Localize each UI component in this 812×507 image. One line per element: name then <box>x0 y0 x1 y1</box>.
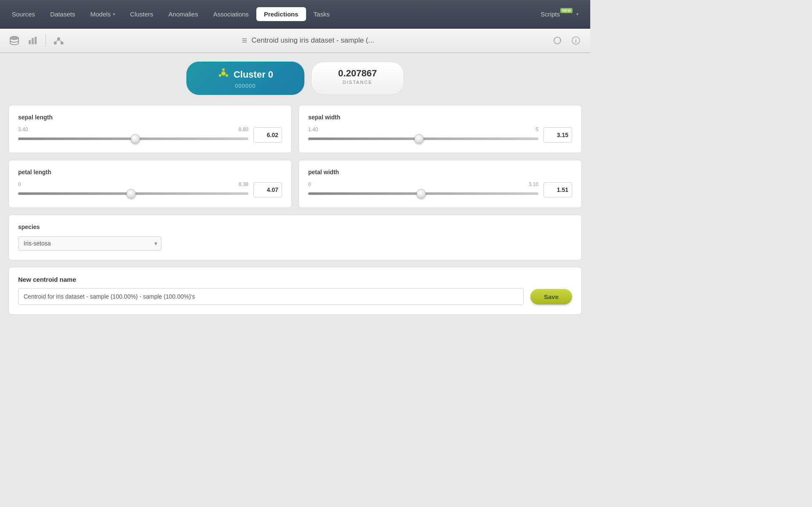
svg-rect-3 <box>35 37 37 44</box>
slider-value-sepal-width[interactable]: 3.15 <box>543 127 572 143</box>
toolbar-divider <box>46 34 46 47</box>
slider-input-sepal-length[interactable] <box>18 138 248 140</box>
feature-card-sepal-length: sepal length 3.40 8.80 6.02 <box>8 105 292 153</box>
slider-max-sepal-length: 8.80 <box>239 127 248 132</box>
slider-value-petal-length[interactable]: 4.07 <box>253 182 282 197</box>
svg-line-7 <box>55 40 59 42</box>
slider-max-petal-width: 3.10 <box>529 181 538 187</box>
toolbar-info-icon[interactable] <box>568 33 583 48</box>
species-select[interactable]: Iris-setosa Iris-versicolor Iris-virgini… <box>18 236 161 251</box>
toolbar-title-area: ≡ Centroid using iris dataset - sample (… <box>70 35 546 46</box>
svg-point-5 <box>54 42 56 44</box>
nav-item-sources[interactable]: Sources <box>4 7 43 21</box>
slider-track-petal-width[interactable] <box>308 189 538 198</box>
cluster-badge: Cluster 0 000000 <box>186 62 304 95</box>
slider-minmax-sepal-width: 1.40 5 <box>308 127 538 132</box>
svg-point-6 <box>61 42 63 44</box>
slider-input-petal-width[interactable] <box>308 192 538 195</box>
nav-item-datasets[interactable]: Datasets <box>43 7 83 21</box>
distance-label: DISTANCE <box>343 80 373 85</box>
save-button[interactable]: Save <box>530 289 572 305</box>
toolbar-nodes-icon[interactable] <box>51 33 66 48</box>
slider-input-petal-length[interactable] <box>18 192 248 195</box>
nav-item-models[interactable]: Models ▾ <box>83 7 122 21</box>
svg-rect-1 <box>29 40 31 44</box>
slider-minmax-petal-width: 0 3.10 <box>308 181 538 187</box>
feature-card-petal-length: petal length 0 8.38 4.07 <box>8 160 292 208</box>
toolbar-refresh-icon[interactable] <box>550 33 565 48</box>
slider-container-sepal-width: 1.40 5 <box>308 127 538 143</box>
slider-track-petal-length[interactable] <box>18 189 248 198</box>
svg-point-13 <box>221 71 226 76</box>
slider-min-sepal-length: 3.40 <box>18 127 28 132</box>
slider-value-sepal-length[interactable]: 6.02 <box>253 127 282 143</box>
slider-minmax-sepal-length: 3.40 8.80 <box>18 127 248 132</box>
toolbar-title-icon: ≡ <box>242 35 247 46</box>
centroid-name-row: Save <box>18 288 572 305</box>
slider-container-petal-width: 0 3.10 <box>308 181 538 198</box>
slider-track-sepal-width[interactable] <box>308 134 538 143</box>
slider-row-sepal-length: 3.40 8.80 6.02 <box>18 127 282 143</box>
slider-container-sepal-length: 3.40 8.80 <box>18 127 248 143</box>
nav-item-anomalies[interactable]: Anomalies <box>161 7 206 21</box>
svg-rect-2 <box>32 38 34 44</box>
toolbar-chart-icon[interactable] <box>25 33 40 48</box>
cluster-icon <box>218 67 229 82</box>
nav-item-tasks[interactable]: Tasks <box>306 7 337 21</box>
slider-row-sepal-width: 1.40 5 3.15 <box>308 127 572 143</box>
slider-value-petal-width[interactable]: 1.51 <box>543 182 572 197</box>
slider-minmax-petal-length: 0 8.38 <box>18 181 248 187</box>
svg-point-4 <box>57 38 60 40</box>
prediction-bar: Cluster 0 000000 0.207867 DISTANCE <box>8 62 582 95</box>
svg-point-0 <box>10 36 19 40</box>
main-content: Cluster 0 000000 0.207867 DISTANCE sepal… <box>0 53 590 323</box>
centroid-name-input[interactable] <box>18 288 524 305</box>
centroid-name-label: New centroid name <box>18 276 572 283</box>
nav-item-predictions[interactable]: Predictions <box>256 7 306 21</box>
species-card: species Iris-setosa Iris-versicolor Iris… <box>8 215 582 260</box>
species-select-container: Iris-setosa Iris-versicolor Iris-virgini… <box>18 236 161 251</box>
nav-item-clusters[interactable]: Clusters <box>123 7 161 21</box>
toolbar-title-text: Centroid using iris dataset - sample (..… <box>251 36 374 45</box>
slider-min-petal-length: 0 <box>18 181 21 187</box>
slider-track-sepal-length[interactable] <box>18 134 248 143</box>
feature-label-petal-length: petal length <box>18 169 282 175</box>
slider-input-sepal-width[interactable] <box>308 138 538 140</box>
feature-label-sepal-length: sepal length <box>18 114 282 121</box>
slider-min-petal-width: 0 <box>308 181 311 187</box>
cluster-badge-top: Cluster 0 <box>218 67 273 82</box>
svg-point-11 <box>575 38 576 39</box>
slider-container-petal-length: 0 8.38 <box>18 181 248 198</box>
toolbar: ≡ Centroid using iris dataset - sample (… <box>0 29 590 53</box>
scripts-chevron-icon: ▾ <box>576 12 578 16</box>
centroid-name-section: New centroid name Save <box>8 267 582 315</box>
navbar: Sources Datasets Models ▾ Clusters Anoma… <box>0 0 590 29</box>
toolbar-right-icons <box>550 33 583 48</box>
distance-badge: 0.207867 DISTANCE <box>311 62 404 95</box>
distance-value: 0.207867 <box>338 68 377 79</box>
features-grid: sepal length 3.40 8.80 6.02 sepal width <box>8 105 582 208</box>
slider-max-sepal-width: 5 <box>535 127 538 132</box>
slider-min-sepal-width: 1.40 <box>308 127 318 132</box>
models-chevron-icon: ▾ <box>113 12 115 16</box>
cluster-name: Cluster 0 <box>234 69 273 80</box>
slider-max-petal-length: 8.38 <box>239 181 248 187</box>
feature-card-petal-width: petal width 0 3.10 1.51 <box>298 160 582 208</box>
cluster-id: 000000 <box>235 83 255 89</box>
feature-card-sepal-width: sepal width 1.40 5 3.15 <box>298 105 582 153</box>
nav-item-scripts[interactable]: Scripts NEW ▾ <box>533 7 586 21</box>
svg-point-14 <box>222 68 225 71</box>
feature-label-petal-width: petal width <box>308 169 572 175</box>
toolbar-dataset-icon[interactable] <box>7 33 22 48</box>
slider-row-petal-width: 0 3.10 1.51 <box>308 181 572 198</box>
feature-label-sepal-width: sepal width <box>308 114 572 121</box>
nav-item-associations[interactable]: Associations <box>206 7 256 21</box>
new-badge: NEW <box>560 8 573 13</box>
svg-line-8 <box>59 40 62 42</box>
species-label: species <box>18 224 572 230</box>
slider-row-petal-length: 0 8.38 4.07 <box>18 181 282 198</box>
